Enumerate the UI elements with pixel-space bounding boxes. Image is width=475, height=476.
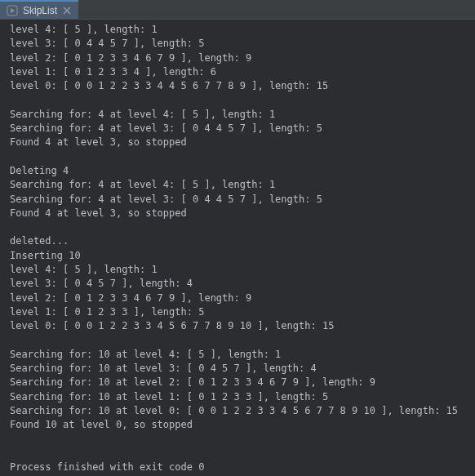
console-line (10, 334, 465, 348)
console-line: Searching for: 4 at level 4: [ 5 ], leng… (10, 178, 465, 192)
tab-bar: SkipList (0, 0, 475, 20)
console-line (10, 150, 465, 164)
console-line: level 4: [ 5 ], length: 1 (10, 263, 465, 277)
console-line: Deleting 4 (10, 164, 465, 178)
console-line (10, 93, 465, 107)
tab-title: SkipList (23, 5, 57, 16)
console-line: deleted... (10, 234, 465, 248)
console-line: level 2: [ 0 1 2 3 3 4 6 7 9 ], length: … (10, 291, 465, 305)
console-line: Searching for: 10 at level 3: [ 0 4 5 7 … (10, 362, 465, 376)
console-line: level 0: [ 0 0 1 2 2 3 3 4 4 5 6 7 7 8 9… (10, 79, 465, 93)
console-line (10, 433, 465, 447)
console-output[interactable]: level 4: [ 5 ], length: 1level 3: [ 0 4 … (0, 20, 475, 476)
console-line: Found 4 at level 3, so stopped (10, 207, 465, 220)
console-line: Found 10 at level 0, so stopped (10, 418, 465, 432)
console-line: Found 4 at level 3, so stopped (10, 136, 465, 149)
console-line (10, 220, 465, 234)
console-line: level 1: [ 0 1 2 3 3 ], length: 5 (10, 305, 465, 319)
console-line (10, 447, 465, 460)
console-line: Searching for: 4 at level 4: [ 5 ], leng… (10, 108, 465, 122)
close-icon[interactable] (62, 6, 72, 16)
console-line: Searching for: 10 at level 1: [ 0 1 2 3 … (10, 390, 465, 404)
console-line: Searching for: 10 at level 0: [ 0 0 1 2 … (10, 404, 465, 418)
console-line: Searching for: 4 at level 3: [ 0 4 4 5 7… (10, 193, 465, 207)
console-line: level 0: [ 0 0 1 2 2 3 3 4 5 6 7 7 8 9 1… (10, 319, 465, 333)
console-line: Process finished with exit code 0 (10, 460, 465, 474)
console-line: Searching for: 4 at level 3: [ 0 4 4 5 7… (10, 122, 465, 136)
console-line: level 1: [ 0 1 2 3 3 4 ], length: 6 (10, 65, 465, 79)
console-line: Searching for: 10 at level 4: [ 5 ], len… (10, 348, 465, 362)
run-config-icon (7, 5, 18, 16)
console-line: level 2: [ 0 1 2 3 3 4 6 7 9 ], length: … (10, 51, 465, 65)
console-line: level 3: [ 0 4 4 5 7 ], length: 5 (10, 37, 465, 51)
console-line: level 3: [ 0 4 5 7 ], length: 4 (10, 277, 465, 291)
console-line: Inserting 10 (10, 249, 465, 263)
console-line: level 4: [ 5 ], length: 1 (10, 23, 465, 37)
console-line: Searching for: 10 at level 2: [ 0 1 2 3 … (10, 376, 465, 389)
tab-skiplist[interactable]: SkipList (0, 0, 78, 19)
